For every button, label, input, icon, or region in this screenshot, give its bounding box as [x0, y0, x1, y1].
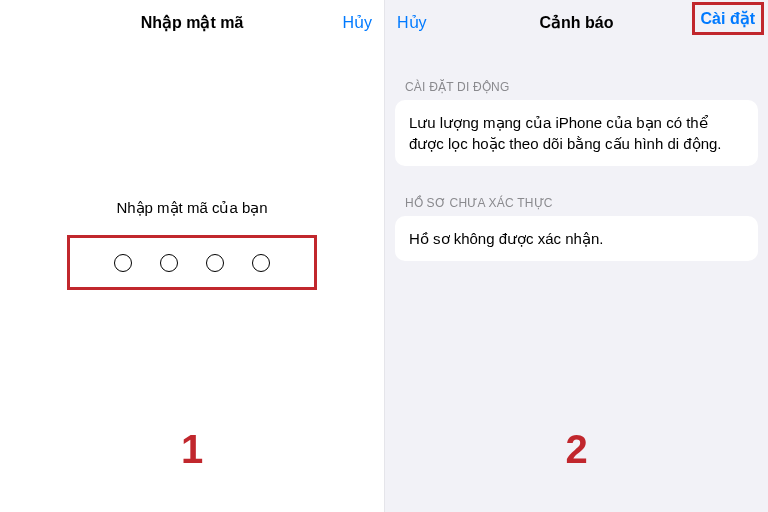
- passcode-dot-2[interactable]: [160, 254, 178, 272]
- nav-title-warning: Cảnh báo: [467, 13, 686, 32]
- settings-button-highlight: Cài đặt: [692, 2, 764, 35]
- passcode-screen: Hủy Nhập mật mã Hủy Nhập mật mã của bạn …: [0, 0, 384, 512]
- warning-screen: Hủy Cảnh báo Cài đặt CÀI ĐẶT DI ĐỘNG Lưu…: [384, 0, 768, 512]
- step-number-2: 2: [565, 427, 587, 472]
- mobile-config-warning-card: Lưu lượng mạng của iPhone của bạn có thể…: [395, 100, 758, 166]
- cancel-button[interactable]: Hủy: [302, 13, 372, 32]
- passcode-dot-4[interactable]: [252, 254, 270, 272]
- section-header-mobile: CÀI ĐẶT DI ĐỘNG: [385, 74, 768, 100]
- passcode-dots-highlight: [67, 235, 317, 290]
- passcode-prompt-label: Nhập mật mã của bạn: [0, 199, 384, 217]
- nav-title-passcode: Nhập mật mã: [82, 13, 302, 32]
- passcode-entry-area: Nhập mật mã của bạn: [0, 199, 384, 290]
- step-number-1: 1: [181, 427, 203, 472]
- cancel-button-2[interactable]: Hủy: [397, 13, 467, 32]
- unverified-profile-card: Hồ sơ không được xác nhận.: [395, 216, 758, 261]
- settings-button[interactable]: Cài đặt: [701, 10, 755, 27]
- section-header-profile: HỒ SƠ CHƯA XÁC THỰC: [385, 190, 768, 216]
- navbar-left-screen: Hủy Nhập mật mã Hủy: [0, 0, 384, 44]
- passcode-dot-1[interactable]: [114, 254, 132, 272]
- warning-content: CÀI ĐẶT DI ĐỘNG Lưu lượng mạng của iPhon…: [385, 44, 768, 285]
- navbar-right-screen: Hủy Cảnh báo Cài đặt: [385, 0, 768, 44]
- passcode-dot-3[interactable]: [206, 254, 224, 272]
